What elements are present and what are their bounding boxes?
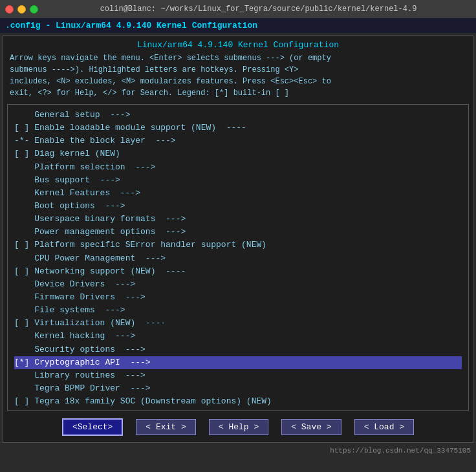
menu-item-0[interactable]: General setup --->: [14, 109, 462, 122]
titlebar: colin@Blanc: ~/works/Linux_for_Tegra/sou…: [0, 0, 476, 18]
menu-item-14[interactable]: Firmware Drivers --->: [14, 291, 462, 304]
menu-item-6[interactable]: Kernel Features --->: [14, 187, 462, 200]
menu-item-17[interactable]: Kernel hacking --->: [14, 330, 462, 343]
menu-item-8[interactable]: Userspace binary formats --->: [14, 213, 462, 226]
menu-item-16[interactable]: [ ] Virtualization (NEW) ----: [14, 317, 462, 330]
menu-item-1[interactable]: [ ] Enable loadable module support (NEW)…: [14, 122, 462, 134]
menu-item-21[interactable]: Tegra BPMP Driver --->: [14, 382, 462, 395]
main-window: Linux/arm64 4.9.140 Kernel Configuration…: [3, 36, 473, 443]
minimize-button[interactable]: [17, 5, 26, 14]
desc-line1: Arrow keys navigate the menu. <Enter> se…: [10, 54, 331, 63]
footer-btn-1[interactable]: < Exit >: [136, 419, 195, 435]
maximize-button[interactable]: [30, 5, 38, 14]
menu-item-10[interactable]: [ ] Platform specific SError handler sup…: [14, 239, 462, 252]
menu-item-23[interactable]: [ ] Tegra 19x family SOC (Downstream opt…: [14, 408, 462, 411]
menu-item-11[interactable]: CPU Power Management --->: [14, 252, 462, 265]
footer-btn-4[interactable]: < Load >: [354, 419, 414, 435]
window-title: colin@Blanc: ~/works/Linux_for_Tegra/sou…: [46, 5, 471, 14]
kernel-config-title: Linux/arm64 4.9.140 Kernel Configuration: [10, 40, 466, 50]
desc-line4: exit, <?> for Help, </> for Search. Lege…: [10, 89, 289, 98]
close-button[interactable]: [5, 5, 14, 14]
menu-item-5[interactable]: Bus support --->: [14, 174, 462, 187]
footer-btn-0[interactable]: <Select>: [62, 418, 123, 436]
menu-item-22[interactable]: [ ] Tegra 18x family SOC (Downstream opt…: [14, 395, 462, 408]
watermark-text: https://blog.csdn.net/qq_33475105: [330, 447, 471, 455]
menu-item-12[interactable]: [ ] Networking support (NEW) ----: [14, 265, 462, 278]
menu-item-3[interactable]: [ ] Diag kernel (NEW): [14, 147, 462, 160]
menubar: .config - Linux/arm64 4.9.140 Kernel Con…: [0, 18, 476, 33]
menu-item-18[interactable]: Security options --->: [14, 343, 462, 356]
menu-item-19[interactable]: [*] Cryptographic API --->: [14, 356, 462, 369]
desc-line3: includes, <N> excludes, <M> modularizes …: [10, 77, 331, 86]
watermark: https://blog.csdn.net/qq_33475105: [0, 445, 476, 456]
menu-item-20[interactable]: Library routines --->: [14, 369, 462, 382]
menu-content[interactable]: General setup --->[ ] Enable loadable mo…: [7, 104, 469, 411]
desc-line2: submenus ---->). Highlighted letters are…: [10, 65, 298, 74]
menu-item-4[interactable]: Platform selection --->: [14, 161, 462, 174]
menu-item-15[interactable]: File systems --->: [14, 304, 462, 317]
header-description: Arrow keys navigate the menu. <Enter> se…: [10, 52, 466, 99]
menu-item-7[interactable]: Boot options --->: [14, 200, 462, 213]
footer-btn-3[interactable]: < Save >: [281, 419, 341, 435]
footer-buttons: <Select>< Exit >< Help >< Save >< Load >: [3, 413, 473, 442]
menu-item-13[interactable]: Device Drivers --->: [14, 278, 462, 291]
header: Linux/arm64 4.9.140 Kernel Configuration…: [3, 36, 473, 102]
menu-item-2[interactable]: -*- Enable the block layer --->: [14, 134, 462, 147]
menubar-text: .config - Linux/arm64 4.9.140 Kernel Con…: [5, 21, 257, 30]
menu-item-9[interactable]: Power management options --->: [14, 226, 462, 239]
footer-btn-2[interactable]: < Help >: [209, 419, 268, 435]
